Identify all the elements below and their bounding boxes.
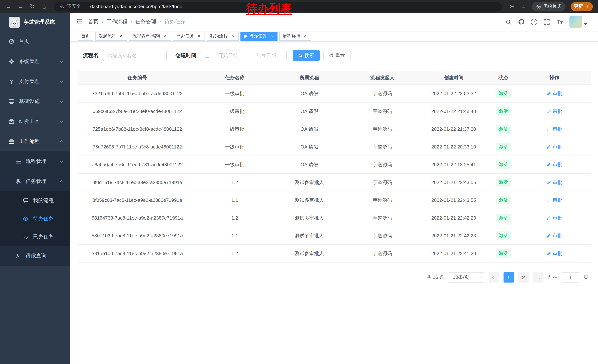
sidebar-item-devtools[interactable]: 研发工具 [0,112,70,131]
approve-link[interactable]: 审批 [547,161,562,168]
table-row: 8f0d1619-7ac8-11ec-a9e2-a2380e71991a 1.2… [78,174,590,191]
org-tree-icon [15,179,22,184]
tab-process-detail[interactable]: 流程详情 × [279,32,311,40]
process-cell: 测试多审批人 [273,215,346,221]
help-icon[interactable]: ? [531,19,537,25]
user-avatar[interactable] [569,16,587,28]
chevron-down-icon [60,79,64,83]
update-button[interactable]: 更新 ⋮ [571,2,593,11]
tab-home[interactable]: 首页 [78,32,93,40]
yen-icon: ¥ [8,78,15,85]
key-icon[interactable] [508,4,515,9]
tab-start-process[interactable]: 发起流程 × [95,32,127,40]
reset-button[interactable]: 重置 [324,50,350,61]
page-button-2[interactable]: 2 [518,272,529,283]
task-id-cell: 069c6a63-7b8a-11ec-8ef0-acde48001122 [78,108,197,114]
status-badge: 激活 [496,160,511,169]
forward-icon[interactable]: → [17,4,24,9]
approve-link[interactable]: 审批 [547,126,562,132]
search-button[interactable]: 搜索 [293,50,320,61]
sidebar-fold-icon[interactable] [76,18,83,25]
fullscreen-icon[interactable] [544,19,550,25]
app-logo-row[interactable]: 芋道管理系统 [0,13,70,32]
approve-link[interactable]: 审批 [547,250,562,257]
close-icon[interactable]: × [269,33,274,39]
active-dot [244,35,247,38]
status-cell: 激活 [489,160,518,169]
sidebar-item-leave-query[interactable]: 请假查询 [0,246,70,266]
reload-icon[interactable]: ↻ [29,4,36,9]
process-name-input[interactable] [103,50,167,61]
sidebar-item-payment[interactable]: ¥ 支付管理 [0,72,70,91]
approve-link[interactable]: 审批 [547,197,562,203]
close-icon[interactable]: × [119,33,124,39]
app-title: 芋道管理系统 [24,19,55,25]
breadcrumb-workflow[interactable]: 工作流程 [107,18,127,25]
approve-link[interactable]: 审批 [547,179,562,186]
breadcrumb-home[interactable]: 首页 [88,18,99,25]
tab-done-task[interactable]: 已办任务 × [173,32,205,40]
close-icon[interactable]: × [196,33,201,39]
filter-bar: 流程名 创建时间 开始日期 - 结束日期 搜索 [83,50,590,61]
bookmark-star-icon[interactable]: ☆ [520,4,527,9]
approve-link[interactable]: 审批 [547,108,562,115]
sidebar-item-my-process[interactable]: 我的流程 [0,191,70,210]
created-cell: 2022-01-21 22:41:29 [419,251,489,256]
page-size-select[interactable]: 10条/页 [449,272,484,283]
menu-kebab-icon[interactable]: ⋮ [585,4,590,9]
sidebar-item-done-task[interactable]: 已办任务 [0,228,70,246]
page-button-1[interactable]: 1 [504,272,514,283]
process-cell: OA 请假 [273,126,346,132]
close-icon[interactable]: × [230,33,235,39]
back-icon[interactable]: ← [5,4,12,9]
edit-icon [547,216,551,220]
refresh-icon [329,53,333,58]
status-cell: 激活 [489,196,518,204]
approve-link[interactable]: 审批 [547,144,562,150]
search-icon[interactable] [505,19,512,25]
approve-link[interactable]: 审批 [547,215,562,221]
tab-my-process[interactable]: 我的流程 × [207,32,239,40]
goto-page-input[interactable] [562,272,579,283]
sidebar-item-infra[interactable]: 基础设施 [0,91,70,112]
chevron-right-icon [537,275,540,279]
created-cell: 2022-01-22 18:25:41 [419,162,489,167]
sidebar-item-process-mgmt[interactable]: 流程管理 [0,152,70,171]
breadcrumb-task-mgmt[interactable]: 任务管理 [136,18,156,25]
edit-icon [547,109,551,113]
tab-form-edit[interactable]: 流程表单-编辑 × [129,32,171,40]
sidebar-item-home[interactable]: 首页 [0,32,70,51]
sidebar-item-task-mgmt[interactable]: 任务管理 [0,171,70,191]
next-page-button[interactable] [533,272,544,283]
approve-link[interactable]: 审批 [547,232,562,239]
address-bar[interactable]: 不安全 dashboard.yudao.iocoder.cn/bpm/task/… [54,2,502,11]
caret-down-icon [584,23,587,27]
column-task-name: 任务名称 [197,74,273,81]
action-cell: 审批 [518,90,590,97]
close-icon[interactable]: × [163,33,168,39]
sidebar-item-workflow[interactable]: 工作流程 [0,131,70,152]
table-row: 75d72608-7b7f-11ec-a3c8-acde48001122 一级审… [78,138,590,156]
column-initiator: 流程发起人 [346,74,419,81]
sidebar-item-todo-task[interactable]: 待办任务 [0,210,70,228]
process-cell: 测试多审批人 [273,179,346,186]
close-icon[interactable]: × [303,33,308,39]
sidebar-item-system[interactable]: 系统管理 [0,51,70,72]
status-badge: 激活 [496,196,511,204]
date-range-picker[interactable]: 开始日期 - 结束日期 [201,50,287,61]
approve-link[interactable]: 审批 [547,90,562,97]
home-icon[interactable]: ⌂ [41,4,47,9]
insecure-warning-icon [59,4,64,9]
edit-icon [547,251,551,256]
tab-todo-task[interactable]: 待办任务 × [241,32,277,40]
chevron-down-icon [60,119,64,123]
process-cell: 测试多审批人 [273,250,346,257]
action-cell: 审批 [518,179,590,186]
breadcrumb: 首页 / 工作流程 / 任务管理 / 待办任务 [88,18,185,25]
process-cell: 测试多审批人 [273,232,346,239]
initiator-cell: 芋道源码 [346,179,419,186]
font-size-icon[interactable] [556,19,563,25]
edit-icon [547,91,551,96]
github-icon[interactable] [518,18,525,25]
prev-page-button[interactable] [489,272,499,283]
